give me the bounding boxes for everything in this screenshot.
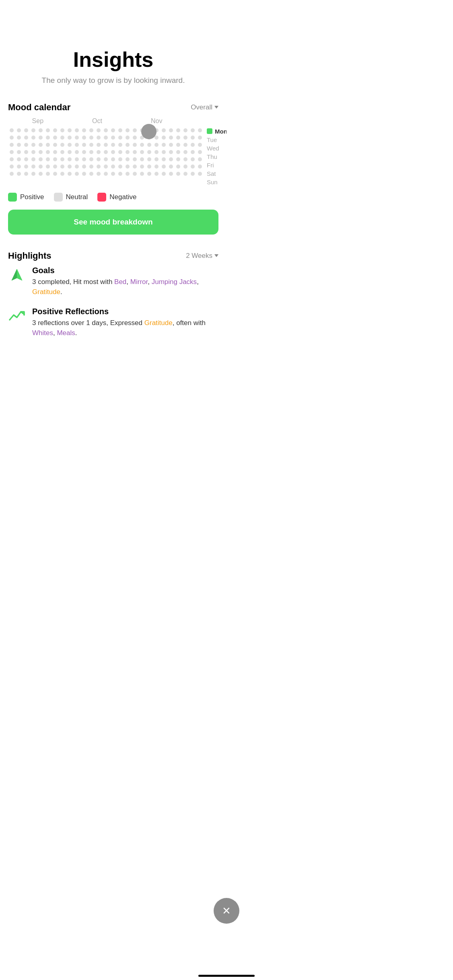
legend-negative-label: Negative: [109, 193, 136, 201]
day-fri-label: Fri: [207, 162, 214, 168]
day-thu-label: Thu: [207, 154, 217, 160]
legend-neutral-dot: [54, 193, 63, 202]
goals-highlight: Goals 3 completed, Hit most with Bed, Mi…: [8, 266, 218, 297]
day-indicator-mon: [207, 128, 212, 134]
legend-positive: Positive: [8, 193, 44, 202]
legend-negative-dot: [97, 193, 106, 202]
day-tue-label: Tue: [207, 137, 217, 143]
day-mon: Mon*: [207, 127, 226, 136]
day-thu: Thu: [207, 152, 226, 161]
reflections-link-meals[interactable]: Meals: [57, 329, 75, 337]
legend-neutral-label: Neutral: [66, 193, 88, 201]
day-sat: Sat: [207, 169, 226, 178]
day-fri: Fri: [207, 161, 226, 169]
highlights-chevron-icon: [214, 254, 218, 257]
positive-reflections-content: Positive Reflections 3 reflections over …: [32, 307, 218, 338]
goals-icon: [8, 267, 26, 284]
day-tue: Tue: [207, 136, 226, 144]
goals-link-jumping-jacks[interactable]: Jumping Jacks: [152, 278, 197, 286]
day-mon-label: Mon*: [215, 128, 226, 134]
positive-reflections-highlight: Positive Reflections 3 reflections over …: [8, 307, 218, 338]
mood-calendar-filter-label: Overall: [191, 103, 212, 111]
highlights-section: Highlights 2 Weeks Goals 3 completed, Hi…: [8, 251, 218, 338]
day-sun: Sun: [207, 178, 226, 186]
positive-reflections-title: Positive Reflections: [32, 307, 218, 316]
highlights-filter[interactable]: 2 Weeks: [186, 252, 218, 260]
mood-calendar-title: Mood calendar: [8, 102, 70, 113]
highlights-title: Highlights: [8, 251, 51, 261]
legend-neutral: Neutral: [54, 193, 88, 202]
month-nov: Nov: [127, 117, 186, 125]
legend-positive-dot: [8, 193, 17, 202]
goals-link-gratitude[interactable]: Gratitude: [32, 288, 60, 296]
page-subtitle: The only way to grow is by looking inwar…: [8, 75, 218, 86]
calendar-dots: [8, 127, 204, 186]
mood-calendar: Sep Oct Nov: [8, 117, 218, 186]
positive-reflections-icon: [8, 308, 26, 325]
highlights-filter-label: 2 Weeks: [186, 252, 212, 260]
goals-content: Goals 3 completed, Hit most with Bed, Mi…: [32, 266, 218, 297]
day-sun-label: Sun: [207, 179, 218, 185]
page-title: Insights: [8, 48, 218, 71]
calendar-day-labels: Mon* Tue Wed Thu Fri Sat: [204, 127, 226, 186]
mood-calendar-filter[interactable]: Overall: [191, 103, 218, 111]
chevron-down-icon: [214, 106, 218, 109]
reflections-link-gratitude[interactable]: Gratitude: [144, 319, 173, 327]
positive-reflections-text: 3 reflections over 1 days, Expressed Gra…: [32, 318, 218, 338]
goals-title: Goals: [32, 266, 218, 275]
month-oct: Oct: [68, 117, 127, 125]
calendar-legend: Positive Neutral Negative: [8, 193, 218, 202]
month-sep: Sep: [8, 117, 68, 125]
goals-link-mirror[interactable]: Mirror: [130, 278, 148, 286]
day-wed-label: Wed: [207, 145, 219, 151]
mood-breakdown-button[interactable]: See mood breakdown: [8, 210, 218, 235]
day-wed: Wed: [207, 144, 226, 152]
calendar-tooltip: [141, 124, 156, 139]
reflections-link-whites[interactable]: Whites: [32, 329, 53, 337]
day-sat-label: Sat: [207, 171, 216, 177]
goals-link-bed[interactable]: Bed: [114, 278, 126, 286]
legend-negative: Negative: [97, 193, 136, 202]
goals-text: 3 completed, Hit most with Bed, Mirror, …: [32, 277, 218, 297]
legend-positive-label: Positive: [20, 193, 44, 201]
